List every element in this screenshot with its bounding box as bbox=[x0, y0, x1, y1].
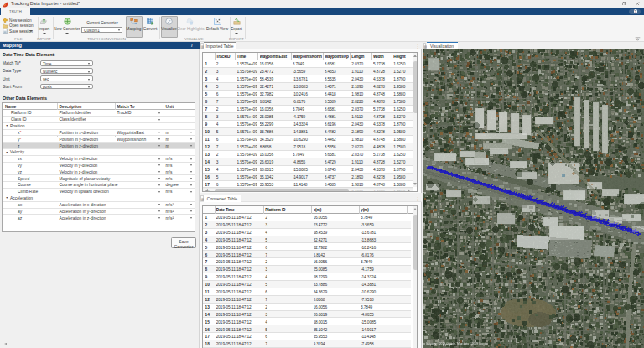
svg-text:Imagery ©2019 Google, Map data: Imagery ©2019 Google, Map data ©2019 Goo… bbox=[426, 342, 488, 345]
